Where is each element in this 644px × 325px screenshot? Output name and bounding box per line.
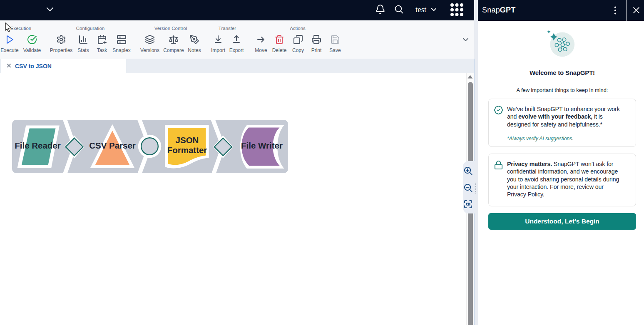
svg-text:JSON: JSON (176, 135, 199, 145)
svg-text:File Writer: File Writer (241, 141, 283, 150)
svg-text:CSV Parser: CSV Parser (89, 141, 136, 150)
svg-text:File Reader: File Reader (15, 141, 61, 150)
svg-text:Formatter: Formatter (167, 145, 207, 155)
